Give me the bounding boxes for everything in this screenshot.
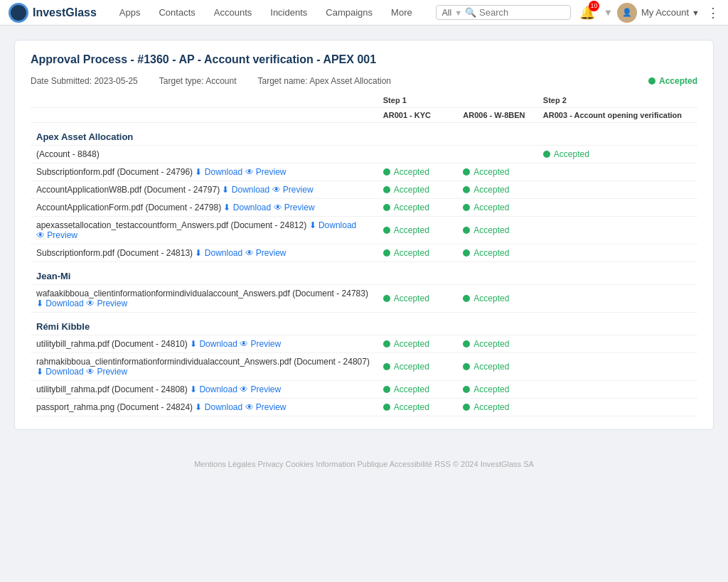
doc-name: Subscriptionform.pdf (Document - 24813): [36, 248, 193, 258]
preview-link[interactable]: 👁 Preview: [86, 367, 127, 377]
preview-link[interactable]: 👁 Preview: [245, 402, 287, 412]
nav-incidents[interactable]: Incidents: [263, 7, 314, 18]
doc-cell: utilitybill_rahma.pdf (Document - 24810)…: [31, 335, 378, 353]
table-row: (Account - 8848) Accepted: [31, 146, 697, 163]
download-link[interactable]: ⬇ Download: [190, 384, 237, 394]
doc-cell: rahmakibboua_clientinformationformindivi…: [31, 353, 378, 381]
preview-link[interactable]: 👁 Preview: [274, 203, 315, 212]
search-filter-label[interactable]: All: [442, 8, 451, 18]
section-name: Jean-Mi: [31, 262, 697, 285]
ar3-cell: [537, 163, 697, 181]
logo-text: InvestGlass: [33, 6, 97, 19]
section-header-row: Apex Asset Allocation: [31, 123, 697, 146]
ar2-cell: Accepted: [457, 335, 537, 353]
doc-cell: utilitybill_rahma.pdf (Document - 24808)…: [31, 381, 378, 399]
more-options-icon[interactable]: ⋮: [707, 5, 719, 21]
download-link[interactable]: ⬇ Download: [309, 220, 357, 230]
ar2-cell: Accepted: [457, 217, 537, 244]
download-link[interactable]: ⬇ Download: [222, 185, 269, 195]
preview-link[interactable]: 👁 Preview: [36, 230, 77, 240]
ar1-cell: Accepted: [378, 181, 458, 199]
doc-name: AccountApplicationForm.pdf (Document - 2…: [36, 203, 221, 212]
step2-header: Step 2: [537, 93, 697, 108]
download-link[interactable]: ⬇ Download: [195, 248, 242, 258]
preview-link[interactable]: 👁 Preview: [245, 167, 287, 177]
ar3-cell: [537, 285, 697, 313]
table-row: utilitybill_rahma.pdf (Document - 24808)…: [31, 381, 697, 399]
ar2-cell: Accepted: [457, 163, 537, 181]
ar1-status: Accepted: [383, 203, 452, 212]
ar2-status: Accepted: [463, 248, 532, 258]
logo[interactable]: InvestGlass: [9, 3, 97, 23]
notification-bell[interactable]: 🔔 10: [579, 5, 595, 21]
download-link[interactable]: ⬇ Download: [36, 367, 84, 377]
search-box[interactable]: All ▼ 🔍: [436, 5, 571, 20]
ar1-cell: [378, 146, 458, 163]
date-submitted: Date Submitted: 2023-05-25: [31, 76, 138, 86]
section-header-row: Rémi Kibble: [31, 313, 697, 335]
preview-link[interactable]: 👁 Preview: [240, 384, 281, 394]
ar3-cell: [537, 399, 697, 416]
ar3-cell: [537, 244, 697, 262]
table-row: apexassetallocation_testaccountform_Answ…: [31, 217, 697, 244]
ar2-status: Accepted: [463, 384, 532, 394]
ar1-status: Accepted: [383, 339, 452, 349]
avatar[interactable]: 👤: [617, 3, 637, 23]
ar1-status: Accepted: [383, 225, 452, 235]
download-link[interactable]: ⬇ Download: [195, 167, 242, 177]
ar1-status: Accepted: [383, 293, 452, 303]
ar1-status: Accepted: [383, 185, 452, 195]
doc-name: Subscriptionform.pdf (Document - 24796): [36, 167, 193, 177]
doc-name: (Account - 8848): [36, 149, 100, 159]
footer-text: Mentions Légales Privacy Cookies Informa…: [194, 460, 534, 468]
account-menu[interactable]: My Account ▼: [641, 7, 700, 18]
doc-name: utilitybill_rahma.pdf (Document - 24810): [36, 339, 188, 349]
preview-link[interactable]: 👁 Preview: [272, 185, 314, 195]
doc-cell: AccountApplicationW8B.pdf (Document - 24…: [31, 181, 378, 199]
search-icon: 🔍: [465, 7, 476, 18]
col-doc-subheader: [31, 108, 378, 123]
doc-name: rahmakibboua_clientinformationformindivi…: [36, 357, 370, 367]
table-row: AccountApplicationForm.pdf (Document - 2…: [31, 199, 697, 217]
notification-badge: 10: [589, 1, 599, 11]
download-link[interactable]: ⬇ Download: [36, 298, 84, 308]
nav-more[interactable]: More: [384, 7, 419, 18]
preview-link[interactable]: 👁 Preview: [240, 339, 281, 349]
section-name: Rémi Kibble: [31, 313, 697, 335]
search-input[interactable]: [479, 7, 564, 18]
table-row: utilitybill_rahma.pdf (Document - 24810)…: [31, 335, 697, 353]
nav-contacts[interactable]: Contacts: [151, 7, 202, 18]
ar1-cell: Accepted: [378, 399, 458, 416]
table-row: rahmakibboua_clientinformationformindivi…: [31, 353, 697, 381]
preview-link[interactable]: 👁 Preview: [86, 298, 127, 308]
ar2-cell: Accepted: [457, 199, 537, 217]
download-link[interactable]: ⬇ Download: [223, 203, 271, 212]
page-title: Approval Process - #1360 - AP - Account …: [31, 53, 697, 66]
footer: Mentions Légales Privacy Cookies Informa…: [0, 448, 728, 480]
account-dropdown-icon: ▼: [692, 9, 700, 17]
approval-card: Approval Process - #1360 - AP - Account …: [14, 40, 714, 430]
nav-accounts[interactable]: Accounts: [207, 7, 259, 18]
target-name: Target name: Apex Asset Allocation: [258, 76, 391, 86]
bell-dropdown-icon[interactable]: ▼: [604, 7, 613, 18]
ar1-status: Accepted: [383, 362, 452, 372]
nav-apps[interactable]: Apps: [112, 7, 148, 18]
doc-name: utilitybill_rahma.pdf (Document - 24808): [36, 384, 188, 394]
doc-cell: Subscriptionform.pdf (Document - 24796) …: [31, 163, 378, 181]
ar2-cell: [457, 146, 537, 163]
doc-cell: wafaakibboua_clientinformationformindivi…: [31, 285, 378, 313]
ar2-status: Accepted: [463, 203, 532, 212]
col-doc-header: [31, 93, 378, 108]
ar1-status: Accepted: [383, 167, 452, 177]
ar1-cell: Accepted: [378, 335, 458, 353]
meta-row: Date Submitted: 2023-05-25 Target type: …: [31, 76, 697, 86]
doc-name: AccountApplicationW8B.pdf (Document - 24…: [36, 185, 220, 195]
preview-link[interactable]: 👁 Preview: [245, 248, 287, 258]
target-type: Target type: Account: [159, 76, 237, 86]
ar2-status: Accepted: [463, 225, 532, 235]
ar1-cell: Accepted: [378, 244, 458, 262]
download-link[interactable]: ⬇ Download: [190, 339, 237, 349]
doc-cell: Subscriptionform.pdf (Document - 24813) …: [31, 244, 378, 262]
download-link[interactable]: ⬇ Download: [195, 402, 242, 412]
nav-campaigns[interactable]: Campaigns: [318, 7, 380, 18]
